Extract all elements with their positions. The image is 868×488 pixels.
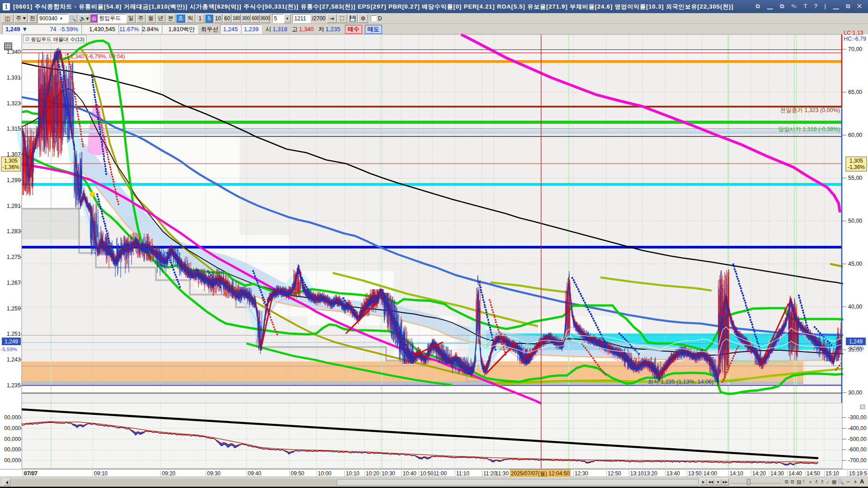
svg-text:00,000: 00,000 bbox=[4, 436, 21, 442]
svg-text:1,243: 1,243 bbox=[7, 357, 21, 363]
svg-text:00,000: 00,000 bbox=[4, 446, 21, 453]
svg-text:00,000: 00,000 bbox=[4, 457, 21, 464]
svg-text:1,235: 1,235 bbox=[7, 382, 21, 389]
svg-text:1,275: 1,275 bbox=[7, 254, 21, 260]
svg-text:60,00: 60,00 bbox=[848, 132, 862, 138]
svg-text:-700,00: -700,00 bbox=[848, 457, 867, 464]
svg-text:45,00: 45,00 bbox=[848, 261, 862, 267]
svg-text:1,305: 1,305 bbox=[4, 158, 18, 164]
svg-text:-500,00: -500,00 bbox=[848, 436, 867, 442]
svg-text:1,267: 1,267 bbox=[7, 280, 21, 286]
svg-text:1,249: 1,249 bbox=[5, 338, 18, 345]
svg-text:30,00: 30,00 bbox=[848, 389, 862, 396]
svg-text:00,000: 00,000 bbox=[4, 425, 21, 432]
svg-text:70,00: 70,00 bbox=[848, 46, 862, 52]
svg-text:1,291: 1,291 bbox=[7, 203, 21, 209]
svg-text:1,305: 1,305 bbox=[849, 158, 863, 164]
svg-text:-600,00: -600,00 bbox=[848, 446, 867, 453]
svg-text:최저 1,235 (1,13%, 14:06): 최저 1,235 (1,13%, 14:06) bbox=[648, 379, 713, 385]
svg-text:-300,00: -300,00 bbox=[848, 414, 867, 421]
svg-text:-1,36%: -1,36% bbox=[2, 164, 19, 170]
svg-text:-5,59%: -5,59% bbox=[1, 347, 17, 352]
svg-text:최고 1,340 (-6,79%, 09:04): 최고 1,340 (-6,79%, 09:04) bbox=[57, 53, 125, 60]
svg-text:-400,00: -400,00 bbox=[848, 425, 867, 432]
svg-text:1,315: 1,315 bbox=[7, 126, 21, 132]
svg-text:1,299: 1,299 bbox=[7, 177, 21, 183]
svg-text:50,00: 50,00 bbox=[848, 218, 862, 224]
svg-text:HC:-6,79: HC:-6,79 bbox=[844, 36, 866, 42]
svg-text:-1,36%: -1,36% bbox=[848, 164, 865, 170]
svg-text:-5,59%: -5,59% bbox=[848, 345, 864, 351]
svg-text:전일종가 1,323 (0,00%): 전일종가 1,323 (0,00%) bbox=[780, 107, 840, 113]
svg-text:1,331: 1,331 bbox=[7, 75, 21, 81]
svg-text:55,00: 55,00 bbox=[848, 175, 862, 181]
svg-text:LC:1,13: LC:1,13 bbox=[844, 30, 863, 36]
svg-text:1,259: 1,259 bbox=[7, 305, 21, 312]
svg-text:1,251: 1,251 bbox=[7, 331, 21, 337]
svg-text:40,00: 40,00 bbox=[848, 304, 862, 310]
svg-text:당일시가 1,318 (-0,38%): 당일시가 1,318 (-0,38%) bbox=[778, 126, 840, 132]
svg-text:1,283: 1,283 bbox=[7, 228, 21, 235]
svg-text:1,323: 1,323 bbox=[7, 100, 21, 107]
svg-text:1,249: 1,249 bbox=[849, 338, 863, 345]
svg-text:윙입푸드 매물대 수(13): 윙입푸드 매물대 수(13) bbox=[31, 37, 85, 42]
svg-text:65,00: 65,00 bbox=[848, 89, 862, 95]
svg-text:00,000: 00,000 bbox=[4, 414, 21, 421]
